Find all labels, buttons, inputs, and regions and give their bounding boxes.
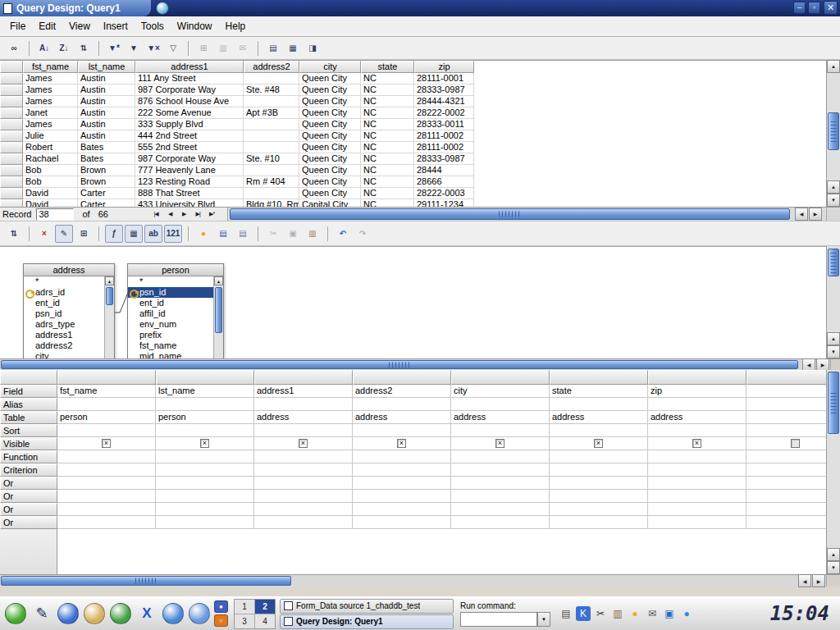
or-cell[interactable] [353,490,451,503]
scroll-up-button[interactable]: ▲ [827,332,840,345]
query-column-header-4[interactable] [353,370,451,385]
or-cell[interactable] [746,477,826,490]
sort-cell[interactable] [353,424,451,437]
scroll-left-button[interactable]: ◀ [795,208,808,221]
cell-lst_name[interactable]: Brown [78,165,135,176]
visible-checkbox[interactable]: × [102,439,111,448]
query-column-header-3[interactable] [254,370,353,385]
function-cell[interactable] [156,450,254,463]
scroll-down-button[interactable]: ▼ [827,345,840,358]
cell-state[interactable]: NC [361,107,414,119]
scroll-up-button[interactable]: ▲ [214,276,223,285]
cell-city[interactable]: Queen City [299,84,361,96]
cell-lst_name[interactable]: Carter [78,199,135,207]
or-cell[interactable] [550,516,648,529]
scroll-left-button[interactable]: ◀ [798,574,811,587]
row-selector[interactable] [0,96,23,107]
function-cell[interactable] [353,450,451,463]
cell-address1[interactable]: 333 Supply Blvd [135,119,244,130]
field-item-psn_id[interactable]: psn_id [24,308,104,319]
scrollbar-thumb[interactable] [230,208,790,220]
cell-city[interactable]: Queen City [299,130,361,142]
cell-address1[interactable]: 777 Heavenly Lane [135,165,244,176]
maximize-button[interactable]: ▫ [808,2,820,14]
scroll-right-button[interactable]: ▶ [816,358,829,371]
field-cell[interactable]: address1 [254,385,353,398]
visible-checkbox[interactable]: × [594,439,603,448]
or-cell[interactable] [648,503,746,516]
cell-fst_name[interactable]: James [23,73,78,84]
field-item-address2[interactable]: address2 [24,340,104,351]
visible-cell[interactable]: × [57,437,156,450]
or-cell[interactable] [746,503,826,516]
cell-zip[interactable]: 28444 [414,165,474,176]
messenger-icon[interactable] [186,599,212,628]
design-table-person[interactable]: person*psn_ident_idaffil_idenv_numprefix… [127,263,224,358]
functions-icon[interactable]: ƒ [105,225,123,243]
table-cell[interactable] [746,411,826,424]
pager-desktop-4[interactable]: 4 [255,614,275,628]
visible-checkbox[interactable]: × [692,439,701,448]
cell-lst_name[interactable]: Austin [78,96,135,107]
previous-record-button[interactable]: ◀ [163,208,177,221]
or-cell[interactable] [57,477,156,490]
field-item-ent_id[interactable]: ent_id [24,298,104,308]
kded-icon[interactable]: K [576,606,591,621]
cell-city[interactable]: Queen City [299,107,361,119]
printer-icon[interactable]: ▤ [559,606,573,621]
clipboard-icon[interactable]: ▥ [610,606,625,621]
kmenu-icon[interactable] [2,599,29,628]
cell-address2[interactable] [244,165,299,176]
or-cell[interactable] [156,503,254,516]
scrollbar-thumb[interactable] [215,287,222,333]
visible-cell[interactable]: × [451,437,550,450]
or-cell[interactable] [451,477,550,490]
alias-cell[interactable] [57,398,156,411]
criterion-cell[interactable] [746,463,826,477]
cell-lst_name[interactable]: Austin [78,107,135,119]
cell-lst_name[interactable]: Austin [78,130,135,142]
cell-zip[interactable]: 28333-0987 [414,153,474,165]
cell-lst_name[interactable]: Austin [78,84,135,96]
visible-cell[interactable]: × [156,437,254,450]
scrollbar-thumb[interactable] [1,360,798,369]
sort-order-icon[interactable]: ⇅ [75,39,93,57]
field-item-ent_id[interactable]: ent_id [128,298,213,308]
visible-cell[interactable]: × [648,437,746,450]
query-vertical-scrollbar[interactable]: ▲ ▼ [826,370,840,574]
cell-city[interactable]: Queen City [299,96,361,107]
save-as-icon[interactable]: ▤ [234,225,252,243]
alarm-icon[interactable]: ● [628,606,642,621]
query-column-header-8[interactable] [746,370,826,385]
scroll-up-button[interactable]: ▲ [827,548,840,561]
scroll-up-button[interactable]: ▲ [827,180,840,194]
klipper-icon[interactable]: ✂ [593,606,608,621]
or-cell[interactable] [648,516,746,529]
visible-checkbox[interactable] [791,439,800,448]
column-header-lst_name[interactable]: lst_name [78,61,135,73]
visible-checkbox[interactable]: × [397,439,406,448]
run-command-input[interactable] [460,612,537,627]
or-cell[interactable] [156,477,254,490]
function-cell[interactable] [550,450,648,463]
alias-cell[interactable] [550,398,648,411]
cell-state[interactable]: NC [361,84,414,96]
distinct-values-icon[interactable]: 121 [164,225,182,243]
or-cell[interactable] [254,516,353,529]
or-cell[interactable] [451,516,550,529]
criterion-cell[interactable] [353,463,451,477]
row-selector[interactable] [0,107,23,119]
cell-city[interactable]: Queen City [299,142,361,153]
sort-cell[interactable] [451,424,550,437]
or-cell[interactable] [746,490,826,503]
taskbar-task[interactable]: Query Design: Query1 [280,614,454,629]
row-selector[interactable] [0,153,23,165]
run-query-icon[interactable]: ● [194,225,212,243]
save-icon[interactable]: ▤ [214,225,232,243]
function-cell[interactable] [746,450,826,463]
table-cell[interactable]: person [156,411,254,424]
close-button[interactable]: ✕ [824,1,838,15]
scrollbar-thumb[interactable] [1,576,291,586]
scroll-up-button[interactable]: ▲ [105,276,114,285]
field-cell[interactable]: address2 [353,385,451,398]
